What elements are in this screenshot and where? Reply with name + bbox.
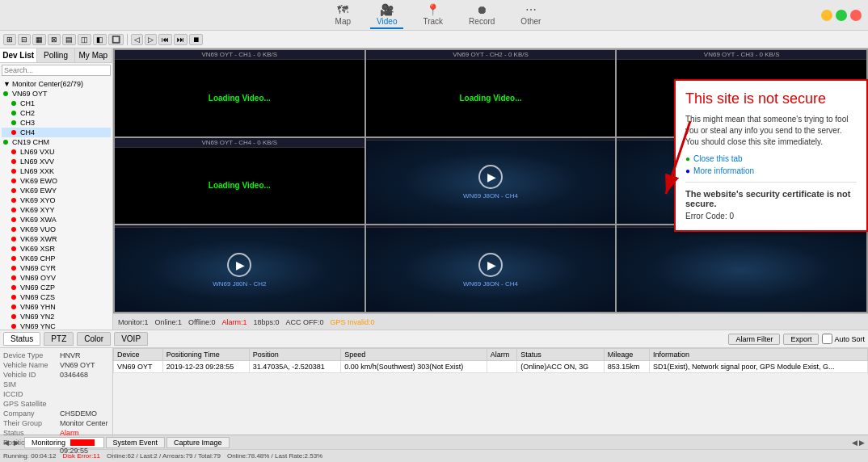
- tree-node-vn69_ync[interactable]: VN69 YNC: [2, 321, 111, 330]
- tb-btn-11[interactable]: ⏮: [158, 34, 172, 45]
- tb-btn-6[interactable]: ◫: [78, 34, 91, 45]
- cell-device: VN69 OYT: [114, 361, 163, 373]
- cell-speed: 0.00 km/h(Southwest) 303(Not Exist): [341, 361, 487, 373]
- play-button-5[interactable]: ▶: [478, 165, 503, 189]
- export-button[interactable]: Export: [783, 334, 819, 345]
- video-content-5[interactable]: ▶ WN69 J8ON - CH4: [366, 141, 616, 225]
- sidebar-tab-polling[interactable]: Polling: [37, 48, 74, 62]
- online-counts: Online:62 / Last:2 / Arrears:79 / Total:…: [107, 452, 221, 460]
- tree-node-ch2[interactable]: CH2: [2, 108, 111, 118]
- bottom-panel: Status PTZ Color VOIP Alarm Filter Expor…: [0, 330, 868, 435]
- tree-node-vn69_czs[interactable]: VN69 CZS: [2, 292, 111, 302]
- device-type-label: Device Type: [3, 351, 60, 359]
- tree-node-ln69_xxk[interactable]: LN69 XXK: [2, 166, 111, 176]
- tb-btn-8[interactable]: 🔲: [108, 34, 124, 45]
- status-bar: Monitor:1 Online:1 Offline:0 Alarm:1 18b…: [113, 313, 868, 330]
- tree-node-cn19_chm[interactable]: CN19 CHM: [2, 137, 111, 147]
- tb-btn-1[interactable]: ⊞: [3, 34, 16, 45]
- video-cell-9: [617, 225, 866, 312]
- strip-tab-capture[interactable]: Capture Image: [166, 437, 230, 448]
- bottom-tab-ptz[interactable]: PTZ: [44, 332, 74, 346]
- tb-btn-10[interactable]: ▷: [145, 34, 157, 45]
- sidebar-tab-mymap[interactable]: My Map: [75, 48, 112, 62]
- maximize-button[interactable]: [836, 10, 847, 21]
- nav-track[interactable]: 📍 Track: [416, 2, 449, 29]
- other-icon: ⋯: [525, 3, 537, 16]
- table-header-row: Device Positioning Time Position Speed A…: [114, 349, 868, 361]
- play-button-8[interactable]: ▶: [478, 253, 503, 277]
- tree-node-vn69_oyt[interactable]: VN69 OYT: [2, 89, 111, 99]
- nav-scroll-right[interactable]: ▶: [859, 439, 865, 447]
- close-button[interactable]: [850, 10, 862, 21]
- tree-node-vk69_xsr[interactable]: VK69 XSR: [2, 244, 111, 254]
- company-value: CHSDEMO: [60, 410, 97, 418]
- tb-btn-5[interactable]: ▤: [62, 34, 76, 45]
- tree-node-ln69_vxu[interactable]: LN69 VXU: [2, 147, 111, 157]
- tb-btn-4[interactable]: ⊠: [48, 34, 61, 45]
- auto-sort-checkbox[interactable]: [822, 334, 832, 344]
- status-dot-vn69_czs: [11, 295, 16, 300]
- video-cell-1: VN69 OYT - CH1 - 0 KB/S Loading Video...: [115, 50, 364, 136]
- status-dot-vn69_yn2: [11, 314, 16, 319]
- info-iccid: ICCID: [3, 390, 109, 398]
- tree-node-vn69_yn2[interactable]: VN69 YN2: [2, 312, 111, 321]
- nav-left-icon[interactable]: ◀: [3, 439, 9, 447]
- tree-node-vn69_czp[interactable]: VN69 CZP: [2, 283, 111, 292]
- table-row[interactable]: VN69 OYT 2019-12-23 09:28:55 31.47035A, …: [114, 361, 868, 373]
- close-tab-link[interactable]: ● Close this tab: [685, 154, 857, 163]
- tb-btn-7[interactable]: ◧: [93, 34, 107, 45]
- video-content-7[interactable]: ▶ WN69 J80N - CH2: [115, 228, 364, 312]
- tb-btn-12[interactable]: ⏭: [174, 34, 188, 45]
- minimize-button[interactable]: [821, 10, 832, 21]
- video-content-9[interactable]: [617, 228, 866, 312]
- search-input[interactable]: [2, 65, 111, 76]
- nav-right-icon[interactable]: ▶: [14, 439, 19, 447]
- auto-sort-label: Auto Sort: [822, 334, 865, 345]
- disk-error: Disk Error:11: [62, 452, 100, 460]
- tree-node-vk69_vuo[interactable]: VK69 VUO: [2, 225, 111, 234]
- info-group: Their Group Monitor Center: [3, 419, 109, 427]
- tree-node-vn69_cyr[interactable]: VN69 CYR: [2, 263, 111, 273]
- tree-node-vk69_xwr[interactable]: VK69 XWR: [2, 234, 111, 244]
- play-icon-7: ▶: [236, 258, 245, 271]
- video-content-8[interactable]: ▶ WN69 J8ON - CH4: [366, 228, 616, 312]
- video-content-4[interactable]: Loading Video...: [115, 148, 364, 225]
- channel-label-5: WN69 J8ON - CH4: [463, 192, 518, 200]
- nav-map[interactable]: 🗺 Map: [329, 2, 357, 29]
- play-button-7[interactable]: ▶: [227, 253, 251, 277]
- tree-node-ch3[interactable]: CH3: [2, 118, 111, 128]
- tb-btn-3[interactable]: ▦: [32, 34, 46, 45]
- tree-node-vn69_oyv[interactable]: VN69 OYV: [2, 273, 111, 283]
- bottom-tab-color[interactable]: Color: [77, 332, 111, 346]
- nav-scroll-left[interactable]: ◀: [852, 439, 857, 447]
- video-content-1[interactable]: Loading Video...: [115, 60, 364, 136]
- vehicle-name-label: Vehicle Name: [3, 361, 60, 369]
- bottom-tab-status[interactable]: Status: [3, 332, 40, 346]
- tree-node-ch4[interactable]: CH4: [2, 128, 111, 137]
- status-dot-vk69_chp: [11, 256, 16, 261]
- tree-node-vk69_xyo[interactable]: VK69 XYO: [2, 195, 111, 205]
- tree-node-vk69_chp[interactable]: VK69 CHP: [2, 254, 111, 263]
- video-content-2[interactable]: Loading Video...: [366, 60, 616, 136]
- strip-tab-system-event[interactable]: System Event: [106, 437, 166, 448]
- sidebar-tab-devlist[interactable]: Dev List: [0, 48, 37, 62]
- alarm-filter-button[interactable]: Alarm Filter: [728, 334, 780, 345]
- tree-node-ln69_xvv[interactable]: LN69 XVV: [2, 157, 111, 166]
- tree-node-vn69_yhn[interactable]: VN69 YHN: [2, 302, 111, 312]
- nav-record[interactable]: ⏺ Record: [462, 2, 501, 29]
- more-info-link[interactable]: ● More information: [685, 166, 857, 175]
- nav-other[interactable]: ⋯ Other: [514, 2, 547, 29]
- tree-monitor-center[interactable]: ▼ Monitor Center(62/79): [2, 79, 111, 89]
- tree-node-vk69_xyy[interactable]: VK69 XYY: [2, 205, 111, 215]
- bottom-tab-voip[interactable]: VOIP: [114, 332, 148, 346]
- strip-tab-monitoring[interactable]: Monitoring: [24, 437, 104, 448]
- tree-node-vk69_ewy[interactable]: VK69 EWY: [2, 186, 111, 195]
- tb-btn-9[interactable]: ◁: [131, 34, 143, 45]
- tree-node-vk69_xwa[interactable]: VK69 XWA: [2, 215, 111, 225]
- tree-node-vk69_ewo[interactable]: VK69 EWO: [2, 176, 111, 186]
- video-cell-2: VN69 OYT - CH2 - 0 KB/S Loading Video...: [366, 50, 616, 136]
- tree-node-ch1[interactable]: CH1: [2, 99, 111, 108]
- tb-btn-13[interactable]: ⏹: [189, 34, 203, 45]
- tb-btn-2[interactable]: ⊟: [18, 34, 31, 45]
- nav-video[interactable]: 🎥 Video: [370, 2, 403, 29]
